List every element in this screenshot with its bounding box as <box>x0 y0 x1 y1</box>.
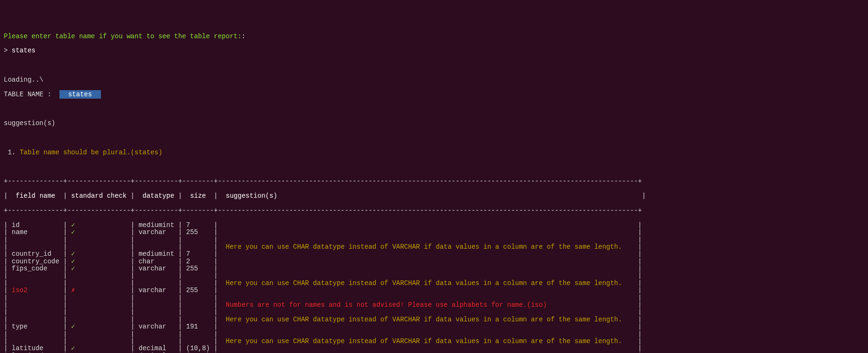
table-header: | field name | standard check | datatype… <box>4 193 864 200</box>
table-row: | | | | | Here you can use CHAR datatype… <box>4 316 864 323</box>
prompt-label: Please enter table name if you want to s… <box>4 33 242 40</box>
field-name: country_id <box>8 250 63 258</box>
table-row: | fips_code | ✓ | varchar | 255 | | <box>4 265 864 272</box>
suggestion-item: Table name should be plural.(states) <box>20 149 162 156</box>
suggestion-header: suggestion(s) <box>4 119 55 127</box>
field-name: iso2 <box>8 286 63 294</box>
table-row: | name | ✓ | varchar | 255 | | <box>4 229 864 236</box>
table-row: | type | ✓ | varchar | 191 | | <box>4 323 864 330</box>
suggestion-text: Here you can use CHAR datatype instead o… <box>218 316 622 323</box>
suggestion-text: Numbers are not for names and is not adv… <box>218 301 547 309</box>
table-row: | country_id | ✓ | mediumint | 7 | | <box>4 251 864 258</box>
table-hr: +--------------+----------------+-------… <box>4 178 864 185</box>
table-row: | iso2 | ✗ | varchar | 255 | | <box>4 287 864 294</box>
table-row: | | | | | | <box>4 294 864 302</box>
field-name: id <box>8 221 63 229</box>
table-row: | | | | | Numbers are not for names and … <box>4 302 864 309</box>
suggestion-text: Here you can use CHAR datatype instead o… <box>218 337 622 345</box>
table-hr: +--------------+----------------+-------… <box>4 207 864 214</box>
field-name: fips_code <box>8 265 63 272</box>
suggestion-text: Here you can use CHAR datatype instead o… <box>218 279 622 287</box>
input-value[interactable]: states <box>12 47 35 54</box>
table-row: | | | | | Here you can use CHAR datatype… <box>4 338 864 345</box>
table-row: | latitude | ✓ | decimal | (10,8) | | <box>4 345 864 352</box>
field-name: latitude <box>8 345 63 352</box>
table-row: | id | ✓ | mediumint | 7 | | <box>4 222 864 229</box>
table-row: | | | | | | <box>4 309 864 316</box>
table-row: | | | | | Here you can use CHAR datatype… <box>4 244 864 251</box>
suggestion-text: Here you can use CHAR datatype instead o… <box>218 243 622 251</box>
field-name: type <box>8 323 63 330</box>
field-name: name <box>8 228 63 236</box>
table-name-value: states <box>59 90 101 99</box>
table-name-label: TABLE NAME : <box>4 91 51 98</box>
table-row: | | | | | | <box>4 272 864 279</box>
field-name: country_code <box>8 258 63 265</box>
input-marker: > <box>4 47 12 54</box>
loading-text: Loading..\ <box>4 76 43 84</box>
table-row: | | | | | Here you can use CHAR datatype… <box>4 280 864 287</box>
table-row: | country_code | ✓ | char | 2 | | <box>4 258 864 265</box>
table-row: | | | | | | <box>4 331 864 338</box>
table-row: | | | | | | <box>4 236 864 244</box>
